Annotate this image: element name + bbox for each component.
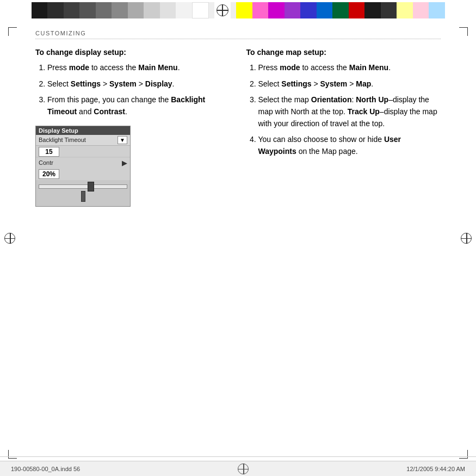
right-title: To change map setup: [246, 48, 441, 57]
mockup-contrast-row: Contr ▶ [36, 158, 130, 168]
reg-mark-right [461, 233, 472, 244]
corner-mark-tr [459, 27, 468, 36]
print-info-left: 190-00580-00_0A.indd 56 [11, 466, 80, 472]
mockup-contrast-value-area: 20% [36, 168, 130, 180]
right-steps: Press mode to access the Main Menu. Sele… [246, 62, 441, 158]
left-column: To change display setup: Press mode to a… [35, 48, 230, 207]
backlight-label: Backlight Timeout [39, 137, 86, 143]
contrast-label: Contr [39, 159, 53, 166]
slider-indicator [39, 191, 127, 203]
mode-bold-1: mode [69, 63, 89, 72]
slider-thumb [88, 182, 94, 191]
bottom-reg-mark [238, 463, 249, 474]
right-step-1: Press mode to access the Main Menu. [258, 62, 441, 74]
left-step-3: From this page, you can change the Backl… [47, 94, 230, 118]
mockup-value-area: 15 [36, 146, 130, 157]
orientation-bold: Orientation [311, 95, 352, 104]
page-content: Customizing To change display setup: Pre… [35, 30, 441, 446]
right-step-2: Select Settings > System > Map. [258, 78, 441, 90]
right-step-4: You can also choose to show or hide User… [258, 134, 441, 157]
contrast-value: 20% [39, 169, 59, 179]
left-steps: Press mode to access the Main Menu. Sele… [35, 62, 230, 118]
north-up-bold: North Up [356, 95, 388, 104]
mode-bold-2: mode [280, 63, 300, 72]
system-bold-1: System [109, 79, 137, 88]
left-step-2: Select Settings > System > Display. [47, 78, 230, 90]
color-bar-inner [32, 2, 445, 18]
slider-container [39, 182, 127, 190]
contrast-bold: Contrast [94, 107, 125, 116]
dropdown-arrow: ▼ [118, 136, 127, 144]
slider-track [39, 184, 127, 189]
backlight-value: 15 [39, 147, 59, 157]
system-bold-2: System [320, 79, 348, 88]
slider-marker [81, 191, 85, 202]
settings-bold-2: Settings [281, 79, 311, 88]
mockup-title: Display Setup [36, 126, 130, 135]
display-bold: Display [145, 79, 172, 88]
reg-mark-left [4, 233, 15, 244]
map-bold: Map [356, 79, 371, 88]
section-heading: Customizing [35, 30, 441, 39]
slider-arrow-right: ▶ [122, 159, 127, 167]
color-bar [0, 0, 476, 21]
backlight-bold: Backlight Timeout [47, 95, 205, 116]
print-info-bar: 190-00580-00_0A.indd 56 12/1/2005 9:44:2… [0, 461, 476, 476]
main-menu-bold-2: Main Menu [349, 63, 388, 72]
two-column-layout: To change display setup: Press mode to a… [35, 48, 441, 207]
mockup-slider-area [36, 180, 130, 206]
display-mockup: Display Setup Backlight Timeout ▼ 15 Con… [35, 126, 131, 207]
left-title: To change display setup: [35, 48, 230, 57]
settings-bold-1: Settings [71, 79, 101, 88]
main-menu-bold-1: Main Menu [138, 63, 177, 72]
right-column: To change map setup: Press mode to acces… [246, 48, 441, 162]
left-step-1: Press mode to access the Main Menu. [47, 62, 230, 74]
track-up-bold: Track Up [348, 107, 380, 116]
user-waypoints-bold: User Waypoints [258, 135, 401, 156]
right-step-3: Select the map Orientation: North Up–dis… [258, 94, 441, 129]
corner-mark-tl [8, 27, 17, 36]
mockup-backlight-row: Backlight Timeout ▼ [36, 135, 130, 146]
print-info-right: 12/1/2005 9:44:20 AM [406, 466, 465, 472]
